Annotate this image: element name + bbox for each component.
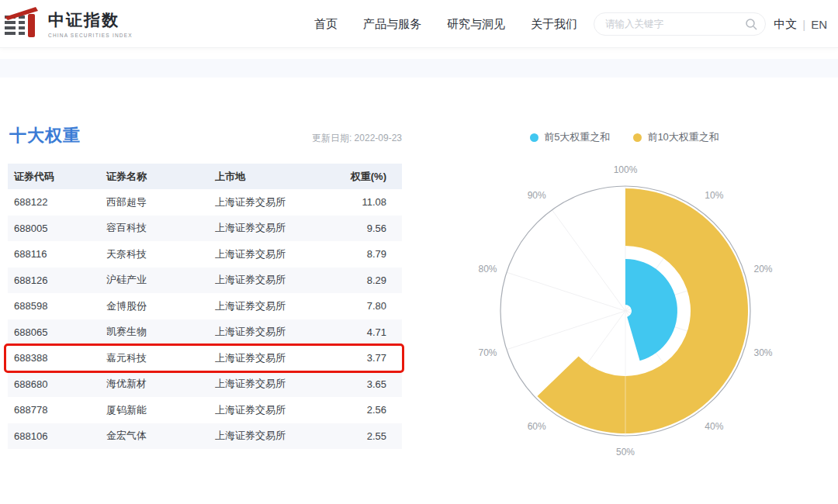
cell-weight: 3.77 <box>317 352 402 364</box>
cell-name: 金宏气体 <box>106 429 215 443</box>
cell-market: 上海证券交易所 <box>215 377 317 391</box>
axis-tick-label: 50% <box>616 447 635 457</box>
axis-tick-label: 100% <box>614 164 638 175</box>
legend-dot <box>633 133 642 142</box>
col-header-code: 证券代码 <box>8 170 106 184</box>
cell-market: 上海证券交易所 <box>215 299 317 313</box>
cell-code: 688598 <box>8 300 106 312</box>
cell-name: 嘉元科技 <box>106 351 215 365</box>
table-row: 688680 海优新材 上海证券交易所 3.65 <box>8 371 402 398</box>
cell-code: 688778 <box>8 404 106 416</box>
axis-tick-label: 10% <box>705 190 723 201</box>
col-header-weight: 权重(%) <box>317 170 402 184</box>
nav-item[interactable]: 关于我们 <box>531 17 577 32</box>
cell-weight: 2.56 <box>317 404 402 416</box>
chart-section: 前5大权重之和 前10大权重之和 10%20%30%40%50%60%70%80… <box>435 124 815 466</box>
page-title: 十大权重 <box>9 124 81 147</box>
search-icon[interactable] <box>745 18 757 30</box>
axis-tick-label: 60% <box>528 421 546 432</box>
cell-market: 上海证券交易所 <box>215 195 317 209</box>
col-header-market: 上市地 <box>215 170 317 184</box>
axis-tick-label: 20% <box>754 264 773 274</box>
cell-market: 上海证券交易所 <box>215 429 317 443</box>
language-switcher: 中文 | EN <box>774 0 827 48</box>
table-body: 688122 西部超导 上海证券交易所 11.08 688005 容百科技 上海… <box>8 189 402 449</box>
search-box <box>594 12 766 36</box>
legend-dot <box>530 133 538 142</box>
search-input[interactable] <box>605 19 745 29</box>
legend-label: 前10大权重之和 <box>647 130 719 144</box>
table-row: 688778 厦钨新能 上海证券交易所 2.56 <box>8 397 402 423</box>
chart-legend: 前5大权重之和 前10大权重之和 <box>435 124 815 144</box>
axis-tick-label: 80% <box>478 264 497 274</box>
cell-code: 688005 <box>8 223 106 234</box>
cell-market: 上海证券交易所 <box>215 273 317 287</box>
cell-weight: 7.80 <box>317 300 402 312</box>
table-row: 688116 天奈科技 上海证券交易所 8.79 <box>8 241 402 268</box>
logo-subtitle: CHINA SECURITIES INDEX <box>48 33 133 38</box>
weights-table: 证券代码 证券名称 上市地 权重(%) 688122 西部超导 上海证券交易所 … <box>8 164 402 449</box>
table-row: 688598 金博股份 上海证券交易所 7.80 <box>8 293 402 319</box>
table-row: 688126 沪硅产业 上海证券交易所 8.29 <box>8 268 402 294</box>
main-nav: 首页 产品与服务 研究与洞见 关于我们 <box>314 0 577 48</box>
update-date: 更新日期: 2022-09-23 <box>312 132 402 147</box>
cell-name: 容百科技 <box>106 221 215 235</box>
logo-title: 中证指数 <box>48 9 133 31</box>
table-row: 688122 西部超导 上海证券交易所 11.08 <box>8 189 402 216</box>
nav-item[interactable]: 产品与服务 <box>363 17 421 32</box>
cell-name: 海优新材 <box>106 377 215 391</box>
cell-weight: 2.55 <box>317 430 402 442</box>
axis-tick-label: 30% <box>754 347 773 358</box>
table-row: 688106 金宏气体 上海证券交易所 2.55 <box>8 423 402 450</box>
cell-market: 上海证券交易所 <box>215 221 317 235</box>
weights-donut-chart: 10%20%30%40%50%60%70%80%90%100% <box>470 156 781 466</box>
cell-market: 上海证券交易所 <box>215 247 317 261</box>
legend-item[interactable]: 前5大权重之和 <box>530 130 610 144</box>
cell-code: 688680 <box>8 378 106 390</box>
cell-name: 天奈科技 <box>106 247 215 261</box>
weights-section: 十大权重 更新日期: 2022-09-23 证券代码 证券名称 上市地 权重(%… <box>8 124 402 449</box>
table-row: 688065 凯赛生物 上海证券交易所 4.71 <box>8 319 402 346</box>
sub-banner-strip <box>0 59 838 78</box>
cell-weight: 8.29 <box>317 274 402 286</box>
cell-code: 688116 <box>8 248 106 260</box>
col-header-name: 证券名称 <box>106 170 215 184</box>
cell-name: 金博股份 <box>106 299 215 313</box>
cell-name: 西部超导 <box>106 195 215 209</box>
top-header: 中证指数 CHINA SECURITIES INDEX 首页 产品与服务 研究与… <box>0 0 838 48</box>
nav-item[interactable]: 首页 <box>314 17 338 32</box>
cell-weight: 3.65 <box>317 378 402 390</box>
legend-label: 前5大权重之和 <box>544 130 610 144</box>
table-row: 688005 容百科技 上海证券交易所 9.56 <box>8 216 402 242</box>
axis-tick-label: 90% <box>528 190 546 201</box>
cell-code: 688388 <box>8 352 106 364</box>
cell-weight: 4.71 <box>317 326 402 338</box>
axis-tick-label: 40% <box>705 421 723 432</box>
nav-item[interactable]: 研究与洞见 <box>447 17 505 32</box>
cell-weight: 11.08 <box>317 196 402 208</box>
lang-zh-link[interactable]: 中文 <box>774 17 797 32</box>
cell-name: 沪硅产业 <box>106 273 215 287</box>
lang-en-link[interactable]: EN <box>811 18 827 31</box>
cell-weight: 8.79 <box>317 248 402 260</box>
cell-code: 688106 <box>8 430 106 442</box>
cell-weight: 9.56 <box>317 223 402 234</box>
cell-code: 688126 <box>8 274 106 286</box>
axis-tick-label: 70% <box>478 347 497 358</box>
cell-name: 凯赛生物 <box>106 325 215 339</box>
cell-market: 上海证券交易所 <box>215 351 317 365</box>
table-row: 688388 嘉元科技 上海证券交易所 3.77 <box>8 345 402 371</box>
cell-market: 上海证券交易所 <box>215 403 317 417</box>
cell-name: 厦钨新能 <box>106 403 215 417</box>
table-header-row: 证券代码 证券名称 上市地 权重(%) <box>8 164 402 189</box>
cell-market: 上海证券交易所 <box>215 325 317 339</box>
cell-code: 688122 <box>8 196 106 208</box>
lang-divider: | <box>802 18 805 31</box>
legend-item[interactable]: 前10大权重之和 <box>633 130 719 144</box>
site-logo[interactable]: 中证指数 CHINA SECURITIES INDEX <box>5 6 133 40</box>
csi-logo-icon <box>5 6 42 40</box>
cell-code: 688065 <box>8 326 106 338</box>
